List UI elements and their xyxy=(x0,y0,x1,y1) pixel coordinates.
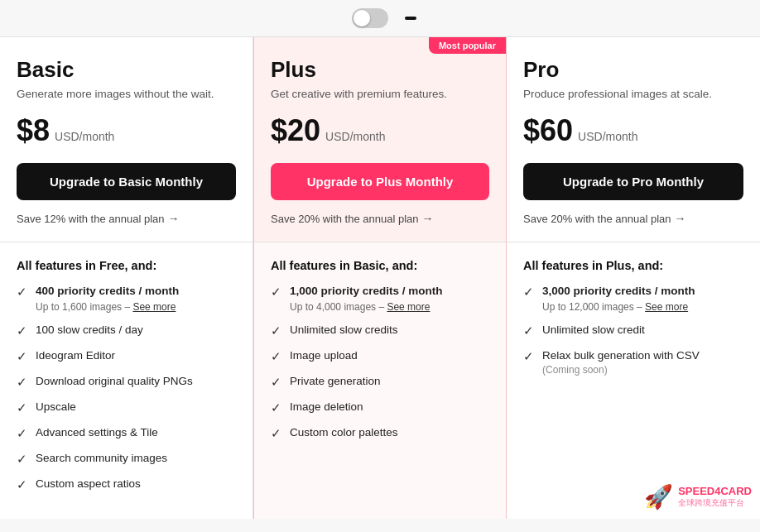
feature-text: Unlimited slow credits xyxy=(290,323,398,338)
billing-toggle[interactable] xyxy=(352,8,388,28)
plan-features-pro: All features in Plus, and: ✓ 3,000 prior… xyxy=(507,242,760,519)
feature-item: ✓ Download original quality PNGs xyxy=(17,374,236,390)
plan-desc-pro: Produce professional images at scale. xyxy=(523,88,743,100)
see-more-link[interactable]: See more xyxy=(132,301,176,313)
check-icon: ✓ xyxy=(523,285,534,300)
plan-name-pro: Pro xyxy=(523,57,743,83)
feature-item: ✓ Unlimited slow credit xyxy=(523,323,743,338)
plan-desc-plus: Get creative with premium features. xyxy=(271,88,489,100)
feature-item: ✓ Private generation xyxy=(271,374,489,390)
feature-text: 400 priority credits / month xyxy=(36,284,179,300)
feature-sub: Up to 12,000 images – See more xyxy=(542,301,695,313)
feature-text: Custom color palettes xyxy=(290,425,398,441)
plan-name-plus: Plus xyxy=(271,57,489,83)
check-icon: ✓ xyxy=(17,285,27,300)
plan-price-row-pro: $60 USD/month xyxy=(523,113,743,148)
feature-text: 3,000 priority credits / month xyxy=(542,284,695,300)
feature-text: Relax bulk generation with CSV xyxy=(542,348,700,364)
feature-text: Search community images xyxy=(36,451,167,467)
feature-item: ✓ Advanced settings & Tile xyxy=(17,425,236,441)
feature-item: ✓ Image deletion xyxy=(271,400,489,415)
feature-text: Advanced settings & Tile xyxy=(36,425,158,441)
feature-text: Upscale xyxy=(36,400,76,415)
plan-price-plus: $20 xyxy=(271,113,320,148)
feature-item: ✓ Ideogram Editor xyxy=(17,348,236,364)
feature-text: Custom aspect ratios xyxy=(36,477,141,492)
plan-price-pro: $60 xyxy=(523,113,573,148)
arrow-icon-pro: → xyxy=(675,212,686,225)
plan-top-pro: Pro Produce professional images at scale… xyxy=(507,37,760,242)
feature-text: Image upload xyxy=(290,348,358,364)
plan-features-plus: All features in Basic, and: ✓ 1,000 prio… xyxy=(253,242,507,519)
billing-toggle-header xyxy=(0,0,760,36)
see-more-link[interactable]: See more xyxy=(645,301,688,313)
coming-soon-label: (Coming soon) xyxy=(542,364,700,376)
plan-features-basic: All features in Free, and: ✓ 400 priorit… xyxy=(0,242,253,519)
watermark: 🚀 SPEED4CARD 全球跨境充值平台 xyxy=(644,483,752,510)
plan-price-unit-pro: USD/month xyxy=(578,130,637,143)
feature-text: 1,000 priority credits / month xyxy=(290,284,443,300)
feature-sub: Up to 4,000 images – See more xyxy=(290,301,443,313)
check-icon: ✓ xyxy=(17,426,27,441)
feature-text: Download original quality PNGs xyxy=(36,374,193,390)
plan-price-row-basic: $8 USD/month xyxy=(17,113,236,148)
check-icon: ✓ xyxy=(523,349,534,364)
feature-text: Unlimited slow credit xyxy=(542,323,645,338)
plan-desc-basic: Generate more images without the wait. xyxy=(17,88,236,100)
upgrade-button-plus[interactable]: Upgrade to Plus Monthly xyxy=(271,163,489,200)
save-text-pro: Save 20% with the annual plan → xyxy=(523,212,743,225)
feature-text: Ideogram Editor xyxy=(36,348,115,364)
check-icon: ✓ xyxy=(17,375,27,390)
feature-item: ✓ 400 priority credits / month Up to 1,6… xyxy=(17,284,236,313)
upgrade-button-basic[interactable]: Upgrade to Basic Monthly xyxy=(17,163,236,200)
check-icon: ✓ xyxy=(523,324,534,338)
plan-price-unit-basic: USD/month xyxy=(55,130,114,143)
feature-item: ✓ 100 slow credits / day xyxy=(17,323,236,338)
check-icon: ✓ xyxy=(17,349,27,364)
check-icon: ✓ xyxy=(17,324,27,338)
arrow-icon-plus: → xyxy=(422,212,434,225)
plan-price-row-plus: $20 USD/month xyxy=(271,113,489,148)
plans-top-grid: Basic Generate more images without the w… xyxy=(0,36,760,242)
feature-item: ✓ 3,000 priority credits / month Up to 1… xyxy=(523,284,743,313)
upgrade-button-pro[interactable]: Upgrade to Pro Monthly xyxy=(523,163,743,200)
check-icon: ✓ xyxy=(17,477,27,492)
check-icon: ✓ xyxy=(17,452,27,467)
feature-item: ✓ Custom color palettes xyxy=(271,425,489,441)
check-icon: ✓ xyxy=(271,375,281,390)
check-icon: ✓ xyxy=(271,349,281,364)
feature-sub: Up to 1,600 images – See more xyxy=(36,301,179,313)
feature-item: ✓ Unlimited slow credits xyxy=(271,323,489,338)
save-text-basic: Save 12% with the annual plan → xyxy=(17,212,236,225)
feature-item: ✓ Search community images xyxy=(17,451,236,467)
plan-top-basic: Basic Generate more images without the w… xyxy=(0,37,253,242)
check-icon: ✓ xyxy=(271,426,281,441)
check-icon: ✓ xyxy=(271,285,281,300)
features-heading-plus: All features in Basic, and: xyxy=(271,259,489,272)
watermark-sub: 全球跨境充值平台 xyxy=(678,497,752,509)
plan-name-basic: Basic xyxy=(17,57,236,83)
check-icon: ✓ xyxy=(17,400,27,415)
most-popular-badge: Most popular xyxy=(429,37,506,54)
feature-item: ✓ 1,000 priority credits / month Up to 4… xyxy=(271,284,489,313)
feature-text: 100 slow credits / day xyxy=(36,323,143,338)
feature-item: ✓ Upscale xyxy=(17,400,236,415)
arrow-icon-basic: → xyxy=(168,212,180,225)
check-icon: ✓ xyxy=(271,324,281,338)
feature-text: Private generation xyxy=(290,374,381,390)
features-heading-pro: All features in Plus, and: xyxy=(523,259,743,272)
features-heading-basic: All features in Free, and: xyxy=(17,259,236,272)
plan-price-unit-plus: USD/month xyxy=(325,130,385,143)
plans-features-grid: All features in Free, and: ✓ 400 priorit… xyxy=(0,242,760,519)
watermark-brand: SPEED4CARD xyxy=(678,485,752,497)
plan-top-plus: Most popular Plus Get creative with prem… xyxy=(253,37,507,242)
see-more-link[interactable]: See more xyxy=(387,301,430,313)
feature-item: ✓ Image upload xyxy=(271,348,489,364)
rocket-icon: 🚀 xyxy=(644,483,673,510)
plan-price-basic: $8 xyxy=(17,113,50,148)
save-badge xyxy=(405,17,416,20)
feature-text: Image deletion xyxy=(290,400,363,415)
check-icon: ✓ xyxy=(271,400,281,415)
feature-item: ✓ Relax bulk generation with CSV (Coming… xyxy=(523,348,743,376)
save-text-plus: Save 20% with the annual plan → xyxy=(271,212,489,225)
